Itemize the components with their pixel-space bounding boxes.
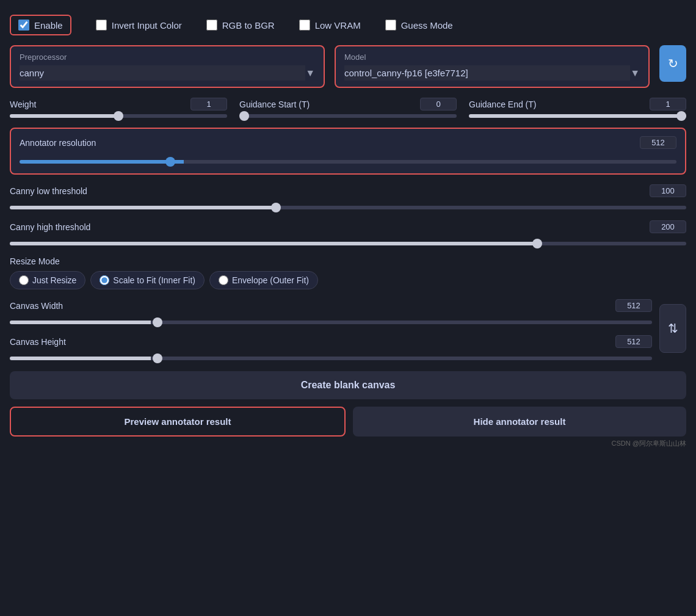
canvas-height-section: Canvas Height [10,335,652,363]
canny-low-section: Canny low threshold [10,184,686,212]
canvas-height-value[interactable] [615,335,652,348]
preprocessor-chevron-icon: ▼ [305,68,315,79]
invert-checkbox[interactable] [96,20,107,31]
guidance-start-slider[interactable] [239,114,457,118]
guidance-end-slider[interactable] [469,114,686,118]
canvas-sliders: Canvas Width Canvas Height [10,299,652,371]
bottom-buttons: Preview annotator result Hide annotator … [10,407,686,437]
weight-header: Weight [10,98,227,111]
canny-low-label: Canny low threshold [10,186,87,196]
lowvram-checkbox-container: Low VRAM [299,20,361,31]
annotator-slider[interactable] [20,160,676,164]
resize-mode-section: Resize Mode Just Resize Scale to Fit (In… [10,256,686,289]
just-resize-option[interactable]: Just Resize [10,271,85,289]
guessmode-checkbox-container: Guess Mode [385,20,453,31]
canny-low-header: Canny low threshold [10,184,686,197]
envelope-radio[interactable] [219,275,228,285]
annotator-section: Annotator resolution [10,128,686,175]
guidance-start-group: Guidance Start (T) [239,98,457,118]
annotator-label: Annotator resolution [20,138,96,148]
hide-button[interactable]: Hide annotator result [353,407,686,437]
guidance-end-label: Guidance End (T) [469,100,537,109]
hide-label: Hide annotator result [474,416,566,427]
scale-to-fit-label: Scale to Fit (Inner Fit) [113,275,195,285]
guessmode-checkbox[interactable] [385,20,396,31]
canny-high-value[interactable] [650,220,686,233]
canny-high-label: Canny high threshold [10,222,90,232]
canvas-width-section: Canvas Width [10,299,652,327]
guidance-start-label: Guidance Start (T) [239,100,310,109]
canny-high-slider[interactable] [10,242,686,245]
guidance-start-value[interactable] [420,98,457,111]
canvas-height-header: Canvas Height [10,335,652,348]
invert-checkbox-container: Invert Input Color [96,20,182,31]
weight-label: Weight [10,100,36,109]
preview-label: Preview annotator result [124,416,231,427]
canvas-width-header: Canvas Width [10,299,652,312]
canvas-width-value[interactable] [615,299,652,312]
annotator-value[interactable] [640,136,676,149]
annotator-header: Annotator resolution [20,136,676,149]
canvas-height-slider[interactable] [10,357,652,360]
model-label: Model [344,53,640,62]
rgb-checkbox-container: RGB to BGR [206,20,275,31]
guidance-end-header: Guidance End (T) [469,98,686,111]
top-bar: Enable Invert Input Color RGB to BGR Low… [10,10,686,45]
envelope-option[interactable]: Envelope (Outer Fit) [209,271,318,289]
rgb-checkbox[interactable] [206,20,217,31]
canny-high-header: Canny high threshold [10,220,686,233]
just-resize-label: Just Resize [32,275,76,285]
dropdowns-row: Preprocessor canny ▼ Model control_canny… [10,45,686,88]
weight-group: Weight [10,98,227,118]
lowvram-checkbox[interactable] [299,20,310,31]
preprocessor-wrapper: canny ▼ [20,65,315,81]
invert-label: Invert Input Color [112,20,182,31]
model-group: Model control_canny-fp16 [e3fe7712] ▼ [335,45,650,88]
enable-label: Enable [34,20,63,31]
guidance-end-value[interactable] [650,98,686,111]
envelope-label: Envelope (Outer Fit) [232,275,309,285]
canny-high-section: Canny high threshold [10,220,686,248]
preview-button[interactable]: Preview annotator result [10,407,346,437]
guidance-start-header: Guidance Start (T) [239,98,457,111]
scale-to-fit-option[interactable]: Scale to Fit (Inner Fit) [90,271,205,289]
just-resize-radio[interactable] [19,275,29,285]
rgb-label: RGB to BGR [222,20,275,31]
canvas-width-slider[interactable] [10,321,652,324]
model-wrapper: control_canny-fp16 [e3fe7712] ▼ [344,65,640,81]
scale-to-fit-radio[interactable] [100,275,109,285]
watermark: CSDN @阿尔卑斯山山林 [10,439,686,448]
enable-checkbox-container: Enable [10,15,71,35]
canvas-height-label: Canvas Height [10,337,66,347]
guessmode-label: Guess Mode [401,20,453,31]
swap-icon: ⇅ [668,321,678,336]
resize-mode-label: Resize Mode [10,256,686,266]
weight-slider[interactable] [10,114,227,118]
canvas-swap-button[interactable]: ⇅ [659,304,686,353]
main-sliders-row: Weight Guidance Start (T) Guidance End (… [10,98,686,118]
canvas-row: Canvas Width Canvas Height ⇅ [10,299,686,371]
create-canvas-button[interactable]: Create blank canvas [10,371,686,399]
model-chevron-icon: ▼ [630,68,640,79]
create-canvas-label: Create blank canvas [301,380,396,390]
lowvram-label: Low VRAM [315,20,361,31]
preprocessor-group: Preprocessor canny ▼ [10,45,325,88]
refresh-button[interactable]: ↻ [659,45,686,82]
preprocessor-label: Preprocessor [20,53,315,62]
preprocessor-select[interactable]: canny [20,65,305,81]
refresh-icon: ↻ [668,56,678,71]
canny-low-value[interactable] [650,184,686,197]
guidance-end-group: Guidance End (T) [469,98,686,118]
model-select[interactable]: control_canny-fp16 [e3fe7712] [344,65,630,81]
enable-checkbox[interactable] [18,20,29,31]
canvas-width-label: Canvas Width [10,301,63,311]
canny-low-slider[interactable] [10,206,686,209]
weight-value[interactable] [190,98,227,111]
radio-group: Just Resize Scale to Fit (Inner Fit) Env… [10,271,686,289]
